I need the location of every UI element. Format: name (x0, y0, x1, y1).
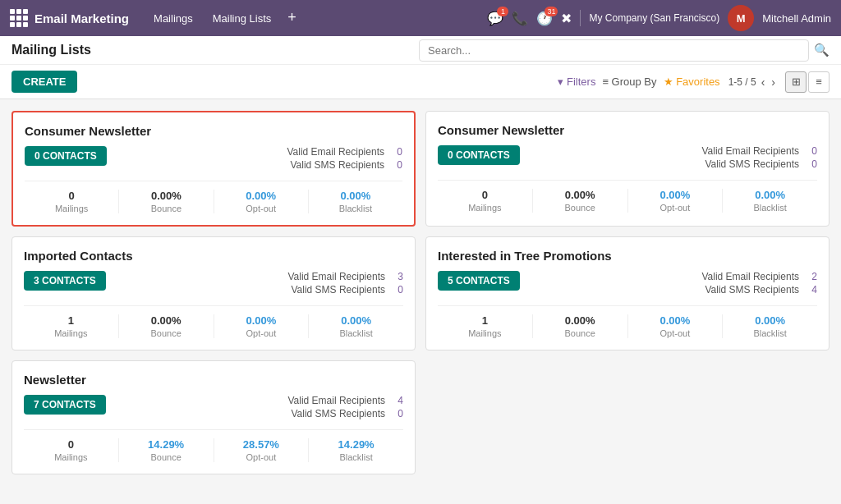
valid-sms-label: Valid SMS Recipients (705, 284, 799, 296)
recipients-info: Valid Email Recipients 2 Valid SMS Recip… (701, 271, 817, 296)
stat-mailings: 0 Mailings (25, 190, 119, 213)
valid-sms-val: 4 (811, 284, 817, 296)
mailing-list-card-5[interactable]: Newsletter 7 CONTACTS Valid Email Recipi… (11, 360, 416, 474)
card-stats: 0 Mailings 0.00% Bounce 0.00% Opt-out 0.… (438, 180, 817, 213)
filters-button[interactable]: ▾ Filters (558, 76, 595, 88)
valid-email-label: Valid Email Recipients (701, 271, 799, 282)
search-icon[interactable]: 🔍 (814, 43, 830, 57)
chat-icon-button[interactable]: 💬 1 (487, 11, 503, 26)
card-stats: 0 Mailings 14.29% Bounce 28.57% Opt-out … (24, 429, 403, 462)
valid-sms-val: 0 (398, 408, 403, 419)
valid-sms-val: 0 (398, 284, 403, 296)
card-stats: 1 Mailings 0.00% Bounce 0.00% Opt-out 0.… (438, 305, 817, 338)
stat-bounce: 0.00% Bounce (533, 314, 628, 338)
mailing-list-card-2[interactable]: Consumer Newsletter 0 CONTACTS Valid Ema… (425, 111, 830, 227)
valid-sms-label: Valid SMS Recipients (291, 408, 385, 419)
valid-email-val: 0 (397, 146, 402, 158)
prev-page-button[interactable]: ‹ (760, 76, 767, 89)
mailing-list-card-4[interactable]: Interested in Tree Promotions 5 CONTACTS… (425, 236, 830, 351)
groupby-button[interactable]: ≡ Group By (602, 76, 656, 88)
kanban-view-button[interactable]: ⊞ (785, 71, 807, 93)
valid-email-label: Valid Email Recipients (287, 395, 385, 406)
card-top: 7 CONTACTS Valid Email Recipients 4 Vali… (24, 395, 403, 419)
stat-mailings: 0 Mailings (438, 189, 533, 213)
settings-icon-button[interactable]: ✖ (561, 11, 572, 26)
recipients-info: Valid Email Recipients 4 Valid SMS Recip… (287, 395, 403, 419)
company-name[interactable]: My Company (San Francisco) (589, 12, 719, 24)
topnav: Email Marketing Mailings Mailing Lists +… (0, 0, 841, 36)
valid-sms-label: Valid SMS Recipients (290, 159, 384, 171)
valid-email-label: Valid Email Recipients (701, 145, 799, 157)
stat-blacklist: 0.00% Blacklist (723, 314, 817, 338)
favorites-button[interactable]: ★ Favorites (664, 76, 720, 88)
app-logo[interactable]: Email Marketing (10, 9, 129, 27)
mailing-list-card-3[interactable]: Imported Contacts 3 CONTACTS Valid Email… (11, 236, 416, 351)
cards-grid: Consumer Newsletter 0 CONTACTS Valid Ema… (0, 99, 841, 486)
valid-email-val: 2 (811, 271, 817, 282)
stat-optout: 0.00% Opt-out (628, 189, 724, 213)
next-page-button[interactable]: › (770, 76, 777, 89)
stat-bounce: 14.29% Bounce (119, 438, 214, 462)
view-toggle: ⊞ ≡ (785, 71, 830, 93)
pagination: 1-5 / 5 ‹ › (728, 76, 777, 89)
stat-optout: 0.00% Opt-out (214, 314, 310, 338)
contacts-button[interactable]: 5 CONTACTS (438, 271, 520, 291)
nav-divider (580, 10, 581, 26)
nav-mailings[interactable]: Mailings (145, 9, 201, 28)
valid-email-val: 0 (811, 145, 817, 157)
card-stats: 1 Mailings 0.00% Bounce 0.00% Opt-out 0.… (24, 305, 403, 338)
create-button[interactable]: CREATE (11, 71, 77, 93)
clock-badge: 31 (545, 7, 558, 16)
apps-grid-icon[interactable] (10, 9, 28, 27)
toolbar-filters: ▾ Filters ≡ Group By ★ Favorites (558, 76, 719, 88)
stat-mailings: 1 Mailings (24, 314, 119, 338)
valid-email-val: 4 (398, 395, 403, 406)
page-title: Mailing Lists (11, 43, 91, 57)
stat-mailings: 0 Mailings (24, 438, 119, 462)
card-stats: 0 Mailings 0.00% Bounce 0.00% Opt-out 0.… (25, 181, 402, 213)
valid-email-label: Valid Email Recipients (287, 271, 385, 282)
card-top: 5 CONTACTS Valid Email Recipients 2 Vali… (438, 271, 817, 296)
stat-optout: 28.57% Opt-out (214, 438, 310, 462)
card-title: Imported Contacts (24, 249, 403, 263)
stat-mailings: 1 Mailings (438, 314, 533, 338)
search-input[interactable] (419, 39, 809, 62)
mailing-list-card-1[interactable]: Consumer Newsletter 0 CONTACTS Valid Ema… (11, 111, 416, 227)
contacts-button[interactable]: 0 CONTACTS (438, 145, 520, 165)
avatar[interactable]: M (728, 5, 754, 31)
user-name: Mitchell Admin (762, 12, 831, 25)
topnav-icons: 💬 1 📞 🕐 31 ✖ My Company (San Francisco) … (487, 5, 831, 31)
valid-email-val: 3 (398, 271, 403, 282)
recipients-info: Valid Email Recipients 0 Valid SMS Recip… (287, 146, 402, 171)
contacts-button[interactable]: 7 CONTACTS (24, 395, 106, 415)
stat-optout: 0.00% Opt-out (214, 190, 309, 213)
card-title: Interested in Tree Promotions (438, 249, 817, 263)
stat-bounce: 0.00% Bounce (119, 314, 214, 338)
valid-sms-label: Valid SMS Recipients (705, 158, 799, 170)
card-top: 0 CONTACTS Valid Email Recipients 0 Vali… (25, 146, 402, 171)
app-name: Email Marketing (34, 11, 129, 25)
valid-email-label: Valid Email Recipients (287, 146, 384, 158)
chat-badge: 1 (497, 7, 508, 16)
recipients-info: Valid Email Recipients 0 Valid SMS Recip… (701, 145, 817, 170)
nav-mailing-lists[interactable]: Mailing Lists (205, 9, 280, 28)
stat-optout: 0.00% Opt-out (628, 314, 724, 338)
valid-sms-val: 0 (397, 159, 402, 171)
stat-blacklist: 0.00% Blacklist (309, 190, 402, 213)
add-nav-item-button[interactable]: + (283, 9, 301, 28)
card-title: Consumer Newsletter (438, 123, 817, 137)
card-top: 3 CONTACTS Valid Email Recipients 3 Vali… (24, 271, 403, 296)
clock-icon-button[interactable]: 🕐 31 (536, 11, 553, 26)
phone-icon-button[interactable]: 📞 (512, 11, 528, 26)
stat-bounce: 0.00% Bounce (533, 189, 628, 213)
contacts-button[interactable]: 3 CONTACTS (24, 271, 106, 291)
card-top: 0 CONTACTS Valid Email Recipients 0 Vali… (438, 145, 817, 170)
stat-blacklist: 0.00% Blacklist (309, 314, 403, 338)
stat-bounce: 0.00% Bounce (119, 190, 214, 213)
topnav-links: Mailings Mailing Lists + (145, 9, 487, 28)
pagination-info: 1-5 / 5 (728, 76, 756, 88)
list-view-button[interactable]: ≡ (808, 71, 830, 93)
stat-blacklist: 0.00% Blacklist (723, 189, 817, 213)
card-title: Newsletter (24, 373, 403, 387)
contacts-button[interactable]: 0 CONTACTS (25, 146, 107, 166)
